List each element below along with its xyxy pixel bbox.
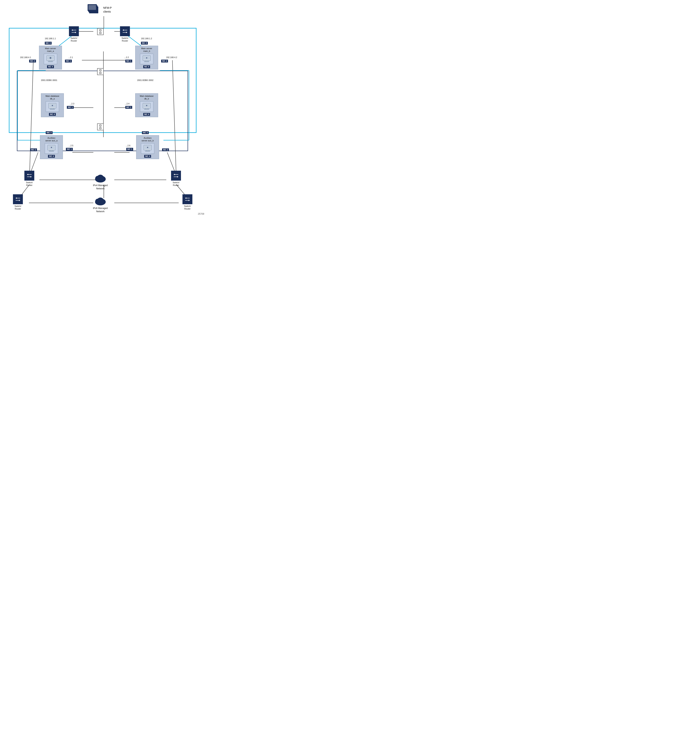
main-server-b-nic2-badge: NIC 2 — [161, 60, 168, 62]
main-server-a-nic2-ip: 192.168.4.1 — [20, 56, 31, 59]
main-server-a-box: Main server main_a NIC 4 — [39, 46, 62, 69]
ipv4-cloud: IPv4 Managed Network — [93, 173, 107, 190]
hub-dot-6 — [99, 127, 101, 129]
switch-router-bot-left-label: Switch/ Router — [13, 205, 23, 210]
svg-rect-61 — [51, 108, 54, 109]
svg-rect-71 — [50, 150, 53, 151]
svg-rect-53 — [50, 57, 51, 59]
main-server-a-nic1-ip: ...2.1 — [68, 56, 73, 59]
main-server-a-nic3-ip: 192.168.1.1 — [45, 37, 56, 40]
svg-rect-62 — [50, 109, 55, 109]
monitor-icon-aux-b — [143, 145, 152, 152]
aux-server-b-icon — [141, 143, 154, 154]
svg-rect-50 — [49, 60, 52, 61]
main-server-b-nic1-ip: ...2.2 — [124, 56, 129, 59]
svg-rect-101 — [184, 196, 190, 202]
switch-router-bot-right-label: Switch/ Router — [182, 205, 193, 210]
ipv6-network-label: IPv6 Managed Network — [93, 207, 107, 213]
aux-server-b-nic1-badge: NIC 1 — [126, 148, 133, 151]
switch-arrows-icon-3 — [26, 172, 32, 179]
switch-arrows-icon-6 — [184, 196, 190, 202]
hub-dot-4 — [99, 72, 101, 74]
svg-rect-76 — [146, 150, 149, 151]
main-db-b: ...2.4 NIC 1 Main database db_b NIC 4 — [135, 93, 158, 117]
svg-rect-0 — [9, 28, 196, 132]
monitor-icon-aux-a — [47, 145, 56, 152]
switch-icon-bot-right — [182, 194, 193, 204]
hub-dot-2 — [99, 32, 101, 34]
hub-dot-1 — [99, 29, 101, 31]
switch-arrows-icon — [71, 28, 77, 34]
switch-router-mid-right-label: Switch/ Router — [171, 181, 181, 187]
svg-rect-56 — [145, 60, 148, 61]
switch-router-bot-right: Switch/ Router — [182, 194, 193, 210]
main-db-a-nic1-ip: ...2.3 — [70, 103, 74, 105]
svg-rect-63 — [52, 105, 53, 106]
svg-rect-35 — [88, 5, 96, 10]
switch-router-top-right-label: Switch/ Router — [120, 37, 130, 42]
cloud-icon-ipv4 — [94, 173, 107, 183]
monitor-icon-b — [143, 55, 151, 62]
switch-arrows-icon-2 — [122, 28, 128, 34]
aux-server-b-label: Auxiliary server aux_b — [141, 137, 154, 142]
main-db-b-box: Main database db_b NIC 4 — [135, 93, 158, 117]
svg-rect-36 — [91, 11, 93, 12]
main-server-b-nic3-ip: 192.168.1.2 — [141, 37, 152, 40]
network-diagram: NFM-P clients Switch/ Router — [0, 0, 207, 217]
svg-rect-51 — [48, 61, 53, 62]
main-db-b-nic4-badge: NIC 4 — [143, 113, 150, 116]
monitor-icon-db-b — [143, 103, 151, 110]
main-db-b-nic1-ip: ...2.4 — [125, 103, 129, 105]
lower-hub — [97, 124, 104, 130]
svg-rect-96 — [15, 196, 21, 202]
svg-rect-79 — [26, 172, 32, 179]
hub-dot-3 — [99, 69, 101, 71]
main-server-a-nic2-badge: NIC 2 — [29, 60, 36, 62]
main-server-a-icon — [44, 54, 57, 64]
svg-rect-37 — [90, 12, 94, 13]
aux-server-b-box: Auxiliary server aux_b NIC 4 — [136, 135, 159, 159]
svg-rect-38 — [71, 28, 77, 34]
main-server-b-ipv6: 2001:0DB8::0002 — [137, 79, 153, 81]
aux-server-a-box: Auxiliary server aux_a NIC 4 — [40, 135, 63, 159]
svg-point-112 — [101, 199, 105, 203]
main-db-a-label: Main database db_a — [46, 95, 59, 100]
page-number: 25709 — [198, 213, 204, 215]
aux-server-b-nic1-ip: ...2.6 — [126, 144, 130, 147]
svg-rect-73 — [51, 147, 52, 148]
svg-rect-66 — [145, 108, 148, 109]
main-server-b-icon — [140, 54, 153, 64]
svg-point-95 — [101, 177, 105, 180]
svg-rect-57 — [144, 61, 149, 62]
main-db-a: ...2.3 NIC 1 Main database db_a NIC 4 — [41, 93, 64, 117]
svg-rect-43 — [122, 28, 128, 34]
monitor-icon-db-a — [48, 103, 57, 110]
svg-rect-67 — [144, 109, 149, 109]
aux-server-b: NIC 3 ...2.6 NIC 1 NIC 2 Auxiliary serve… — [136, 135, 159, 159]
hub-connector-mid — [97, 68, 104, 75]
main-server-a: 192.168.1.1 NIC 3 192.168.4.1 NIC 2 ...2… — [39, 46, 62, 69]
switch-router-bot-left: Switch/ Router — [13, 194, 23, 210]
svg-rect-78 — [147, 147, 148, 148]
aux-server-a-nic4-badge: NIC 4 — [48, 155, 55, 158]
aux-server-a-label: Auxiliary server aux_a — [45, 137, 57, 142]
svg-line-15 — [172, 60, 176, 175]
cloud-icon-ipv6 — [94, 196, 107, 206]
main-server-a-nic3-badge: NIC 3 — [45, 42, 51, 44]
switch-router-top-left: Switch/ Router — [69, 26, 79, 42]
switch-router-top-left-label: Switch/ Router — [69, 37, 79, 42]
main-server-b-nic4-badge: NIC 4 — [143, 65, 150, 68]
switch-icon-top-left — [69, 26, 79, 36]
ipv6-cloud: IPv6 Managed Network — [93, 196, 107, 213]
nfm-clients: NFM-P clients — [88, 3, 112, 16]
svg-rect-58 — [146, 57, 147, 59]
main-db-b-label: Main database db_b — [140, 95, 153, 100]
hub-connector-top — [97, 28, 104, 35]
svg-rect-72 — [49, 151, 54, 152]
switch-icon-bot-left — [13, 194, 23, 204]
switch-router-mid-right: Switch/ Router — [171, 171, 181, 187]
main-server-b: 192.168.1.2 NIC 3 ...2.2 NIC 1 192.168.4… — [135, 46, 158, 69]
main-db-a-nic1-badge: NIC 1 — [67, 106, 74, 109]
main-server-a-label: Main server main_a — [45, 47, 56, 53]
aux-server-a-icon — [45, 143, 58, 154]
